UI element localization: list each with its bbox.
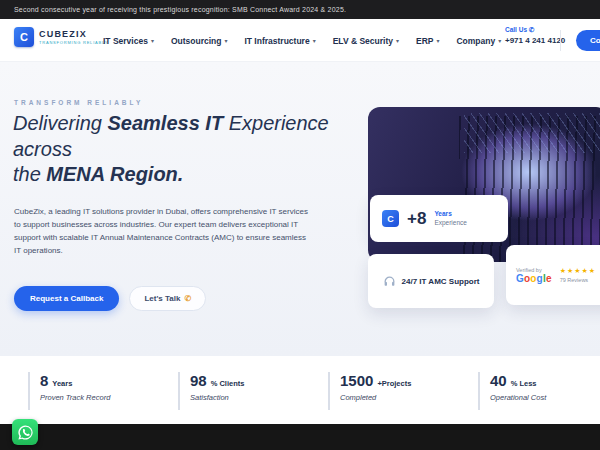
phone-number: +971 4 241 4120 bbox=[505, 36, 565, 45]
experience-unit: Years bbox=[434, 210, 467, 218]
phone-icon: ✆ bbox=[529, 26, 534, 33]
amc-support-card: 24/7 IT AMC Support bbox=[368, 254, 494, 308]
nav-divider bbox=[560, 30, 561, 51]
whatsapp-button[interactable] bbox=[12, 419, 38, 445]
cubezix-logo-icon: C bbox=[382, 210, 399, 227]
nav-item-label: Company bbox=[456, 36, 495, 46]
heading-bold-mena-region: MENA Region. bbox=[46, 163, 183, 185]
hero-paragraph: CubeZix, a leading IT solutions provider… bbox=[14, 205, 314, 257]
lets-talk-label: Let's Talk bbox=[144, 294, 180, 303]
stat-unit: +Projects bbox=[377, 379, 411, 388]
call-hand-icon: ✆ bbox=[184, 294, 191, 303]
hero-eyebrow: TRANSFORM RELIABLY bbox=[14, 99, 143, 106]
stat-value: 98 bbox=[190, 372, 207, 389]
stat-label: Proven Track Record bbox=[40, 393, 110, 402]
call-us-label: Call Us bbox=[505, 26, 527, 33]
hero-image-cage-top-overlay bbox=[464, 113, 600, 153]
google-logo: Google bbox=[516, 273, 552, 284]
contact-button[interactable]: Contact bbox=[576, 30, 600, 51]
star-rating-icons: ★★★★★ bbox=[560, 267, 596, 275]
hero-section: TRANSFORM RELIABLY Delivering Seamless I… bbox=[0, 62, 600, 356]
stat-unit: % Less bbox=[511, 379, 537, 388]
amc-support-label: 24/7 IT AMC Support bbox=[402, 277, 480, 286]
stat-value: 40 bbox=[490, 372, 507, 389]
nav-item-elv-security[interactable]: ELV & Security ▾ bbox=[333, 36, 399, 46]
nav-item-erp[interactable]: ERP ▾ bbox=[416, 36, 440, 46]
nav-item-label: IT Infrastructure bbox=[244, 36, 309, 46]
main-navbar: C CUBEZIX TRANSFORMING RELIABLY IT Servi… bbox=[0, 19, 600, 62]
stat-projects: 1500 +Projects Completed bbox=[328, 372, 411, 410]
nav-item-outsourcing[interactable]: Outsourcing ▾ bbox=[171, 36, 228, 46]
google-reviews-card[interactable]: Verified by Google ★★★★★ 79 Reviews bbox=[506, 245, 600, 305]
experience-value: +8 bbox=[407, 209, 426, 229]
heading-text: Delivering bbox=[13, 112, 107, 134]
reviews-count: 79 Reviews bbox=[560, 277, 588, 283]
stat-label: Operational Cost bbox=[490, 393, 546, 402]
stat-unit: % Clients bbox=[211, 379, 245, 388]
nav-item-label: ELV & Security bbox=[333, 36, 393, 46]
cubezix-homepage: Second consecutive year of receiving thi… bbox=[0, 0, 600, 450]
call-us-block[interactable]: Call Us ✆ +971 4 241 4120 bbox=[505, 26, 565, 45]
experience-card: C +8 Years Experience bbox=[370, 195, 508, 242]
stat-label: Satisfaction bbox=[190, 393, 244, 402]
nav-item-label: IT Services bbox=[103, 36, 148, 46]
chevron-down-icon: ▾ bbox=[396, 37, 399, 44]
brand-name: CUBEZIX bbox=[39, 29, 108, 39]
bottom-strip bbox=[0, 424, 600, 450]
announcement-text: Second consecutive year of receiving thi… bbox=[14, 6, 346, 13]
chevron-down-icon: ▾ bbox=[436, 37, 439, 44]
heading-bold-seamless-it: Seamless IT bbox=[107, 112, 223, 134]
experience-label: Experience bbox=[434, 219, 467, 227]
stat-years: 8 Years Proven Track Record bbox=[28, 372, 110, 410]
chevron-down-icon: ▾ bbox=[151, 37, 154, 44]
brand-logo[interactable]: C CUBEZIX TRANSFORMING RELIABLY bbox=[14, 27, 108, 47]
nav-item-label: ERP bbox=[416, 36, 433, 46]
chevron-down-icon: ▾ bbox=[498, 37, 501, 44]
hero-cta-row: Request a Callback Let's Talk ✆ bbox=[14, 286, 206, 311]
stat-clients: 98 % Clients Satisfaction bbox=[178, 372, 244, 410]
cubezix-logo-icon: C bbox=[14, 27, 34, 47]
stat-label: Completed bbox=[340, 393, 411, 402]
whatsapp-icon bbox=[17, 424, 34, 441]
request-callback-button[interactable]: Request a Callback bbox=[14, 286, 119, 311]
nav-item-it-infrastructure[interactable]: IT Infrastructure ▾ bbox=[244, 36, 315, 46]
lets-talk-button[interactable]: Let's Talk ✆ bbox=[129, 286, 206, 311]
nav-menu: IT Services ▾ Outsourcing ▾ IT Infrastru… bbox=[103, 19, 501, 62]
nav-item-it-services[interactable]: IT Services ▾ bbox=[103, 36, 154, 46]
chevron-down-icon: ▾ bbox=[313, 37, 316, 44]
nav-item-label: Outsourcing bbox=[171, 36, 222, 46]
stat-value: 1500 bbox=[340, 372, 373, 389]
stat-value: 8 bbox=[40, 372, 48, 389]
brand-tagline: TRANSFORMING RELIABLY bbox=[39, 40, 108, 45]
heading-text: the bbox=[13, 163, 46, 185]
nav-item-company[interactable]: Company ▾ bbox=[456, 36, 501, 46]
announcement-bar: Second consecutive year of receiving thi… bbox=[0, 0, 600, 19]
chevron-down-icon: ▾ bbox=[224, 37, 227, 44]
stats-section: 8 Years Proven Track Record 98 % Clients… bbox=[0, 356, 600, 424]
stat-cost: 40 % Less Operational Cost bbox=[478, 372, 546, 410]
stat-unit: Years bbox=[52, 379, 72, 388]
hero-heading: Delivering Seamless IT Experience across… bbox=[13, 111, 378, 188]
headset-icon bbox=[383, 275, 396, 288]
